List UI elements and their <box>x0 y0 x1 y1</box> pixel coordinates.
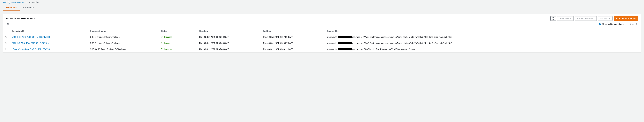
prev-page-button[interactable] <box>626 22 628 26</box>
row-select-cell <box>3 34 10 40</box>
chevron-left-icon <box>626 23 628 25</box>
right-controls: Show child automations 1 ... <box>599 22 638 26</box>
status-text: Success <box>164 42 172 44</box>
col-document-name: Document name <box>88 28 159 34</box>
arn-prefix: arn:aws:sts:: <box>327 42 338 44</box>
success-icon <box>161 36 163 38</box>
col-execution-id: Execution ID <box>10 28 88 34</box>
chevron-right-icon <box>26 2 27 3</box>
status-badge: Success <box>161 36 194 38</box>
svg-line-1 <box>8 24 9 25</box>
arn-redacted: 000000000000 <box>338 48 352 50</box>
col-executed-by: Executed by <box>324 28 641 34</box>
arn-redacted: 000000000000 <box>338 42 352 44</box>
search-icon <box>7 23 9 25</box>
arn-prefix: arn:aws:sts:: <box>327 36 338 38</box>
status-cell: Success <box>159 46 196 52</box>
execution-id-cell: 7a20d112-2929-4506-b914-dd493fd5f844 <box>10 34 88 40</box>
success-icon <box>161 48 163 50</box>
document-name-cell: CSD-DistributeSoftwarePackage <box>88 34 159 40</box>
col-select <box>3 28 10 34</box>
executions-table: Execution ID Document name Status Start … <box>3 28 641 52</box>
breadcrumb-current: Automation <box>28 1 39 4</box>
arn-suffix: assumed-role/AWS-SystemsManager-Automati… <box>352 42 452 44</box>
arn-prefix: arn:aws:sts:: <box>327 48 338 50</box>
tab-bar: Executions Preferences <box>0 5 644 11</box>
start-time-cell: Thu, 09 Sep 2021 01:05:44 GMT <box>196 46 260 52</box>
execution-id-link[interactable]: 7a20d112-2929-4506-b914-dd493fd5f844 <box>12 36 50 38</box>
executed-by-cell: arn:aws:sts::000000000000assumed-role/AW… <box>324 46 641 52</box>
row-select-cell <box>3 40 10 46</box>
execute-automation-button[interactable]: Execute automation <box>614 16 638 21</box>
svg-point-0 <box>7 23 8 24</box>
actions-button-label: Actions <box>600 17 608 20</box>
next-page-button[interactable] <box>636 22 638 26</box>
table-row: d5c4d92c-6cc4-4ab0-a2b8-e29fbc3547c3CSD-… <box>3 46 641 52</box>
panel-header: Automation executions View details Cance… <box>3 14 641 22</box>
table-row: 7a20d112-2929-4506-b914-dd493fd5f844CSD-… <box>3 34 641 40</box>
arn-redacted: 000000000000 <box>338 36 352 38</box>
row-select-radio[interactable] <box>6 48 7 50</box>
end-time-cell: Thu, 09 Sep 2021 01:06:12 GMT <box>260 46 324 52</box>
success-icon <box>161 42 163 44</box>
execution-id-cell: 879fefe0-73a4-464e-89f0-93cc0c80731a <box>10 40 88 46</box>
document-name-cell: CSD-AddSoftwarePackageToDistributor <box>88 46 159 52</box>
table-row: 879fefe0-73a4-464e-89f0-93cc0c80731aCSD-… <box>3 40 641 46</box>
pagination: 1 ... <box>626 22 638 26</box>
col-start-time: Start time <box>196 28 260 34</box>
status-text: Success <box>164 48 172 50</box>
table-header-row: Execution ID Document name Status Start … <box>3 28 641 34</box>
filter-row: Show child automations 1 ... <box>3 22 641 28</box>
cancel-execution-button[interactable]: Cancel execution <box>575 16 596 21</box>
status-cell: Success <box>159 34 196 40</box>
tab-executions[interactable]: Executions <box>3 5 20 11</box>
refresh-button[interactable] <box>550 16 556 21</box>
start-time-cell: Thu, 09 Sep 2021 01:06:03 GMT <box>196 40 260 46</box>
page-ellipsis: ... <box>632 23 634 25</box>
status-cell: Success <box>159 40 196 46</box>
status-badge: Success <box>161 42 194 44</box>
start-time-cell: Thu, 09 Sep 2021 01:06:03 GMT <box>196 34 260 40</box>
panel-title: Automation executions <box>6 17 35 20</box>
caret-down-icon <box>608 18 610 19</box>
execution-id-cell: d5c4d92c-6cc4-4ab0-a2b8-e29fbc3547c3 <box>10 46 88 52</box>
executed-by-cell: arn:aws:sts::000000000000assumed-role/AW… <box>324 34 641 40</box>
executed-by-cell: arn:aws:sts::000000000000assumed-role/AW… <box>324 40 641 46</box>
tab-preferences[interactable]: Preferences <box>20 5 37 11</box>
breadcrumb-separator <box>26 1 28 4</box>
show-child-checkbox[interactable] <box>599 23 601 25</box>
document-name-cell: CSD-DistributeSoftwarePackage <box>88 40 159 46</box>
search-input[interactable] <box>6 22 82 26</box>
row-select-radio[interactable] <box>6 42 7 44</box>
view-details-button[interactable]: View details <box>557 16 574 21</box>
refresh-icon <box>552 17 554 20</box>
end-time-cell: Thu, 09 Sep 2021 01:07:09 GMT <box>260 34 324 40</box>
actions-button[interactable]: Actions <box>598 16 612 21</box>
execution-id-link[interactable]: d5c4d92c-6cc4-4ab0-a2b8-e29fbc3547c3 <box>12 48 50 50</box>
executions-panel: Automation executions View details Cance… <box>3 14 641 52</box>
col-end-time: End time <box>260 28 324 34</box>
col-status: Status <box>159 28 196 34</box>
show-child-label: Show child automations <box>602 23 624 25</box>
status-badge: Success <box>161 48 194 50</box>
show-child-checkbox-wrap[interactable]: Show child automations <box>599 23 624 25</box>
row-select-radio[interactable] <box>6 36 7 38</box>
status-text: Success <box>164 36 172 38</box>
breadcrumb: AWS Systems Manager Automation <box>0 0 644 5</box>
page-current: 1 <box>630 23 631 25</box>
arn-suffix: assumed-role/AWSServiceRoleForAmazonSSM/… <box>352 48 416 50</box>
search-wrap <box>6 22 82 26</box>
execution-id-link[interactable]: 879fefe0-73a4-464e-89f0-93cc0c80731a <box>12 42 49 44</box>
row-select-cell <box>3 46 10 52</box>
arn-suffix: assumed-role/AWS-SystemsManager-Automati… <box>352 36 452 38</box>
panel-actions: View details Cancel execution Actions Ex… <box>550 16 638 21</box>
end-time-cell: Thu, 09 Sep 2021 01:06:37 GMT <box>260 40 324 46</box>
chevron-right-icon <box>636 23 638 25</box>
breadcrumb-parent-link[interactable]: AWS Systems Manager <box>3 1 24 4</box>
